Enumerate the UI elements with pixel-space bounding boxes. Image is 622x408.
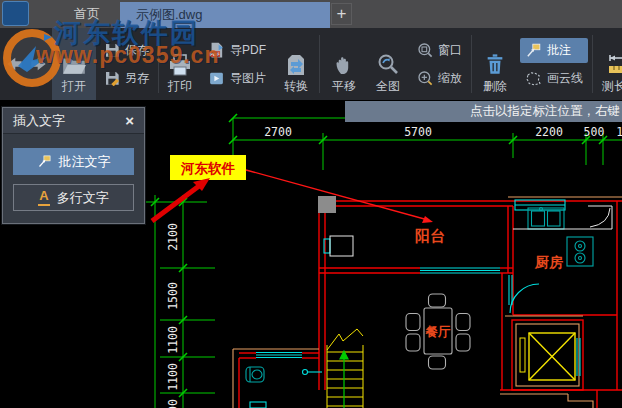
- svg-text:1100: 1100: [166, 326, 180, 354]
- toolbar-separator: [319, 35, 320, 93]
- svg-text:2100: 2100: [166, 223, 180, 251]
- cloud-line-button[interactable]: 画云线: [520, 66, 588, 91]
- toolbar-separator: [471, 35, 472, 93]
- svg-text:5700: 5700: [404, 125, 432, 139]
- annotation-text-button[interactable]: 批注文字: [13, 148, 134, 175]
- tab-document[interactable]: 示例图.dwg: [120, 2, 330, 28]
- panel-header[interactable]: 插入文字 ×: [3, 108, 144, 134]
- open-button[interactable]: 打开: [52, 28, 96, 100]
- toolbar-separator: [158, 35, 159, 93]
- svg-text:2700: 2700: [264, 125, 292, 139]
- svg-text:1500: 1500: [166, 399, 180, 408]
- annotation-text-icon: [37, 154, 52, 169]
- panel-title: 插入文字: [13, 112, 65, 130]
- status-hint-bar: 点击以指定标注位置，右键: [345, 101, 622, 122]
- leader-arrow: [246, 170, 433, 223]
- svg-text:1500: 1500: [166, 282, 180, 310]
- annotate-button[interactable]: 批注: [520, 38, 588, 63]
- pdf-icon: PDF: [208, 42, 225, 59]
- room-label-kitchen: 厨房: [534, 254, 563, 270]
- dimension-chain-top: [229, 114, 622, 178]
- zoom-window-icon: [417, 42, 433, 58]
- forward-arrow-icon[interactable]: [29, 56, 48, 72]
- back-arrow-icon[interactable]: [5, 56, 24, 72]
- print-button[interactable]: 打印: [160, 28, 200, 100]
- room-label-dining: 餐厅: [425, 324, 452, 339]
- delete-button[interactable]: 删除: [473, 28, 517, 100]
- measure-length-button[interactable]: 测长度: [594, 28, 622, 100]
- annotate-group: 批注 画云线: [517, 28, 591, 100]
- status-hint-text: 点击以指定标注位置，右键: [470, 103, 620, 120]
- image-export-icon: [208, 70, 225, 87]
- save-group: 保存 另存: [96, 28, 157, 100]
- column: [318, 196, 336, 213]
- svg-text:PDF: PDF: [210, 51, 220, 56]
- pan-button[interactable]: 平移: [321, 28, 367, 100]
- dimension-labels-top: 2700 5700 2200 500 1600: [264, 125, 622, 139]
- export-image-button[interactable]: 导图片: [203, 66, 271, 91]
- room-label-balcony: 阳台: [415, 227, 445, 245]
- window-zoom-button[interactable]: 窗口: [412, 38, 467, 63]
- application-window: 2700 5700 2200 500 1600: [0, 0, 622, 408]
- svg-text:500: 500: [584, 125, 605, 139]
- elevator-shaft: [520, 333, 575, 380]
- open-folder-icon: [61, 54, 87, 76]
- annotate-leader-icon: [525, 42, 542, 59]
- printer-icon: [168, 54, 192, 76]
- close-icon[interactable]: ×: [125, 113, 134, 128]
- dimension-labels-left: 2100 1500 1100 1100 1500: [166, 223, 180, 408]
- save-button[interactable]: 保存: [99, 38, 154, 63]
- full-view-button[interactable]: 全图: [367, 28, 409, 100]
- stairs: [327, 329, 363, 408]
- thick-red-arrow: [152, 178, 210, 221]
- toolbar-separator: [592, 35, 593, 93]
- zoom-extents-icon: [376, 52, 400, 76]
- room-labels: 阳台 厨房 餐厅: [415, 227, 563, 339]
- tab-home[interactable]: 首页: [58, 0, 116, 28]
- highlight-label: 河东软件: [180, 160, 236, 176]
- app-menu-button[interactable]: [2, 1, 29, 26]
- convert-button[interactable]: 转换: [274, 28, 318, 100]
- new-tab-button[interactable]: +: [331, 3, 352, 25]
- export-group: PDF 导PDF 导图片: [200, 28, 274, 100]
- export-pdf-button[interactable]: PDF 导PDF: [203, 38, 271, 63]
- hand-icon: [332, 52, 356, 76]
- svg-text:1600: 1600: [616, 125, 622, 139]
- save-as-button[interactable]: 另存: [99, 66, 154, 91]
- trash-icon: [484, 52, 506, 76]
- toilet: [246, 367, 264, 382]
- revision-cloud-icon: [525, 70, 542, 87]
- multiline-text-button[interactable]: A 多行文字: [13, 184, 134, 211]
- svg-text:2200: 2200: [535, 125, 563, 139]
- toolbar-lead: [0, 28, 52, 100]
- zoom-group: 窗口 缩放: [409, 28, 470, 100]
- save-icon: [104, 42, 120, 58]
- insert-text-panel: 插入文字 × 批注文字 A 多行文字: [2, 107, 145, 224]
- toolbar: 打开 保存 另存: [0, 28, 622, 100]
- zoom-scale-icon: [417, 70, 433, 86]
- dimension-chain-left: [146, 195, 215, 408]
- multiline-text-icon: A: [38, 189, 49, 205]
- zoom-button[interactable]: 缩放: [412, 66, 467, 91]
- ruler-icon: [607, 52, 622, 76]
- svg-text:1100: 1100: [166, 363, 180, 391]
- kitchen-counter: [330, 206, 612, 256]
- highlight-annotation[interactable]: 河东软件: [152, 155, 433, 223]
- convert-arrows-icon: [284, 54, 308, 76]
- save-as-icon: [104, 70, 120, 86]
- tab-bar: 首页 示例图.dwg +: [0, 0, 622, 29]
